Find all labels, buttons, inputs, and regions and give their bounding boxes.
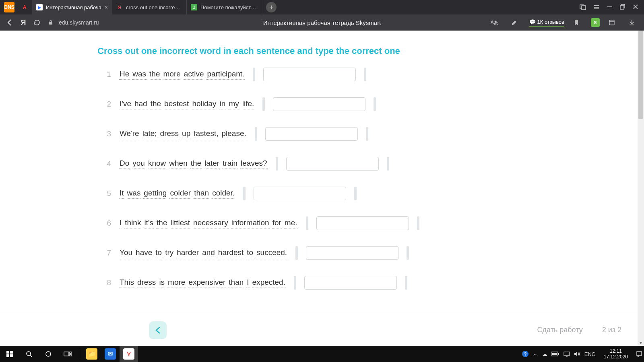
address-url[interactable]: edu.skysmart.ru (59, 19, 99, 26)
word-token[interactable]: hardest (218, 248, 244, 258)
word-token[interactable]: information (231, 218, 270, 228)
nav-back-icon[interactable] (4, 17, 15, 28)
word-token[interactable]: to (155, 248, 162, 258)
reviews-badge[interactable]: 💬 1К отзывов (529, 19, 564, 27)
word-token[interactable]: than (228, 278, 244, 288)
word-token[interactable]: than (194, 189, 209, 199)
answer-input[interactable] (263, 68, 356, 81)
tray-help-icon[interactable]: ? (522, 350, 529, 358)
word-token[interactable]: bestest (164, 99, 189, 109)
word-token[interactable]: I've (119, 99, 132, 109)
word-token[interactable]: life. (242, 99, 255, 109)
word-token[interactable]: participant. (206, 70, 245, 80)
scroll-down-arrow[interactable]: ▼ (638, 339, 644, 346)
word-token[interactable]: colder (169, 189, 191, 199)
word-token[interactable]: had (134, 99, 148, 109)
scroll-thumb[interactable] (638, 31, 643, 119)
tray-network-icon[interactable] (564, 351, 570, 357)
translate-icon[interactable]: Aあ (489, 17, 500, 28)
word-token[interactable]: have (135, 248, 153, 258)
word-token[interactable]: dress (137, 278, 156, 288)
word-token[interactable]: active (184, 70, 204, 80)
answer-input[interactable] (304, 276, 397, 290)
downloads-icon[interactable] (626, 17, 638, 28)
word-token[interactable]: I (119, 218, 122, 228)
word-token[interactable]: fastest, (193, 129, 219, 139)
word-token[interactable]: expensiver (188, 278, 226, 288)
word-token[interactable]: think (124, 218, 141, 228)
word-token[interactable]: Do (119, 159, 130, 169)
word-token[interactable]: succeed. (256, 248, 287, 258)
browser-tab[interactable]: ЗПомогите пожалуйста ре (187, 0, 261, 14)
pinned-tab[interactable]: А (19, 2, 30, 12)
tray-onedrive-icon[interactable]: ☁ (542, 351, 547, 357)
word-token[interactable]: getting (143, 189, 167, 199)
tray-language[interactable]: ENG (584, 351, 596, 357)
word-token[interactable]: the (190, 159, 202, 169)
tray-chevron-up-icon[interactable]: ︿ (533, 350, 538, 358)
word-token[interactable]: it's (144, 218, 154, 228)
new-tab-button[interactable]: + (266, 2, 277, 12)
browser-menu-icon[interactable] (593, 4, 600, 10)
word-token[interactable]: the (150, 99, 161, 109)
word-token[interactable]: harder (176, 248, 199, 258)
tray-clock[interactable]: 12:11 17.12.2020 (600, 348, 632, 360)
word-token[interactable]: You (119, 248, 133, 258)
pinned-tab[interactable]: DNS (4, 2, 14, 12)
tray-notifications-icon[interactable] (636, 351, 642, 357)
protect-shield-icon[interactable]: S (591, 18, 600, 27)
browser-tab[interactable]: ▶Интерактивная рабоча× (32, 0, 112, 14)
word-token[interactable]: try (165, 248, 174, 258)
prev-exercise-button[interactable] (149, 321, 167, 339)
extensions-icon[interactable] (606, 17, 617, 28)
answer-input[interactable] (265, 127, 358, 141)
word-token[interactable]: We're (119, 129, 140, 139)
search-icon[interactable] (19, 346, 39, 362)
word-token[interactable]: in (219, 99, 226, 109)
word-token[interactable]: please. (221, 129, 246, 139)
word-token[interactable]: necessary (193, 218, 229, 228)
word-token[interactable]: littlest (170, 218, 190, 228)
word-token[interactable]: when (169, 159, 188, 169)
rocket-icon[interactable] (509, 17, 520, 28)
window-panel-icon[interactable] (580, 4, 586, 10)
word-token[interactable]: more (167, 278, 186, 288)
window-restore-icon[interactable] (620, 4, 625, 10)
taskbar-mail[interactable]: ✉ (101, 346, 120, 362)
yandex-home-icon[interactable]: Я (18, 17, 29, 28)
word-token[interactable]: and (202, 248, 215, 258)
word-token[interactable]: is (159, 278, 165, 288)
bookmark-icon[interactable] (571, 17, 582, 28)
word-token[interactable]: was (132, 70, 147, 80)
taskbar-yandex-browser[interactable]: Y (120, 346, 138, 362)
word-token[interactable]: expected. (252, 278, 286, 288)
tray-battery-icon[interactable] (551, 352, 559, 356)
tray-volume-icon[interactable] (574, 351, 580, 357)
word-token[interactable]: up (182, 129, 191, 139)
word-token[interactable]: This (119, 278, 134, 288)
task-view-icon[interactable] (58, 346, 77, 362)
word-token[interactable]: I (246, 278, 249, 288)
window-close-icon[interactable] (633, 4, 638, 10)
word-token[interactable]: later (204, 159, 220, 169)
word-token[interactable]: you (132, 159, 145, 169)
word-token[interactable]: was (127, 189, 141, 199)
word-token[interactable]: my (228, 99, 239, 109)
word-token[interactable]: more (163, 70, 181, 80)
tab-close-icon[interactable]: × (105, 4, 108, 10)
start-button[interactable] (0, 346, 19, 362)
word-token[interactable]: It (119, 189, 124, 199)
word-token[interactable]: dress (160, 129, 179, 139)
reload-icon[interactable] (31, 17, 43, 28)
word-token[interactable]: late; (142, 129, 157, 139)
answer-input[interactable] (286, 157, 379, 171)
word-token[interactable]: know (148, 159, 166, 169)
submit-button[interactable]: Сдать работу (537, 326, 583, 334)
answer-input[interactable] (273, 97, 365, 111)
word-token[interactable]: to (246, 248, 254, 258)
word-token[interactable]: train (222, 159, 238, 169)
word-token[interactable]: for (272, 218, 282, 228)
word-token[interactable]: leaves? (240, 159, 268, 169)
word-token[interactable]: the (156, 218, 167, 228)
word-token[interactable]: me. (284, 218, 298, 228)
